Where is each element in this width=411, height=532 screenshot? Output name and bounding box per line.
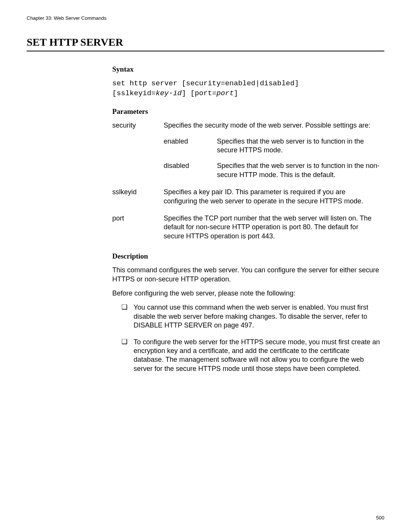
param-name-port: port bbox=[112, 214, 160, 241]
parameters-heading: Parameters bbox=[112, 107, 381, 116]
sub-desc-disabled: Specifies that the web server is to func… bbox=[217, 161, 381, 179]
syntax-line1: set http server [security=enabled|disabl… bbox=[112, 79, 299, 88]
param-desc-sslkeyid: Specifies a key pair ID. This parameter … bbox=[164, 188, 381, 206]
syntax-line2-c: ] [port= bbox=[182, 89, 216, 97]
syntax-line2-a: [sslkeyid= bbox=[112, 89, 156, 97]
bullet-text-2: To configure the web server for the HTTP… bbox=[134, 338, 380, 372]
syntax-line2-d: port bbox=[217, 89, 234, 97]
syntax-heading: Syntax bbox=[112, 65, 381, 73]
sub-name-enabled: enabled bbox=[164, 137, 213, 155]
bullet-icon: ❏ bbox=[121, 338, 127, 345]
page: Chapter 33: Web Server Commands SET HTTP… bbox=[0, 0, 411, 532]
sub-name-disabled: disabled bbox=[164, 161, 213, 179]
description-p1: This command configures the web server. … bbox=[112, 266, 381, 284]
description-heading: Description bbox=[112, 252, 381, 260]
description-bullets: ❏ You cannot use this command when the w… bbox=[112, 303, 381, 373]
list-item: ❏ You cannot use this command when the w… bbox=[121, 303, 381, 330]
parameters-table: security Specifies the security mode of … bbox=[112, 121, 381, 241]
syntax-line2-b: key-id bbox=[156, 89, 182, 97]
content: Syntax set http server [security=enabled… bbox=[112, 65, 381, 373]
syntax-code: set http server [security=enabled|disabl… bbox=[112, 79, 381, 98]
description-p2: Before configuring the web server, pleas… bbox=[112, 289, 381, 298]
page-number: 500 bbox=[376, 515, 384, 521]
syntax-line2-e: ] bbox=[234, 89, 238, 97]
bullet-icon: ❏ bbox=[121, 304, 127, 310]
param-name-sslkeyid: sslkeyid bbox=[112, 188, 160, 206]
sub-desc-enabled: Specifies that the web server is to func… bbox=[217, 137, 381, 155]
param-name-security: security bbox=[112, 121, 160, 179]
param-desc-security: Specifies the security mode of the web s… bbox=[164, 121, 381, 179]
bullet-text-1: You cannot use this command when the web… bbox=[134, 304, 368, 329]
security-sub-table: enabled Specifies that the web server is… bbox=[164, 137, 381, 180]
chapter-header: Chapter 33: Web Server Commands bbox=[27, 15, 384, 21]
list-item: ❏ To configure the web server for the HT… bbox=[121, 338, 381, 374]
param-desc-security-text: Specifies the security mode of the web s… bbox=[164, 121, 370, 129]
command-title: SET HTTP SERVER bbox=[27, 36, 384, 51]
param-desc-port: Specifies the TCP port number that the w… bbox=[164, 214, 381, 241]
